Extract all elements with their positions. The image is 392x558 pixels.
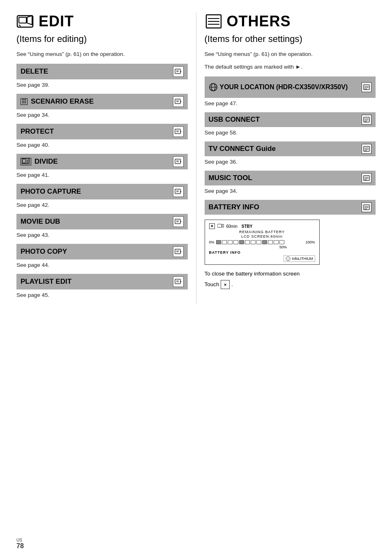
svg-rect-68 xyxy=(217,224,222,227)
touch-x-button[interactable]: × xyxy=(221,280,230,289)
photo-capture-menu-item[interactable]: PHOTO CAPTURE xyxy=(16,184,188,199)
battery-diagram: ✕ 60min STBY REMAINING BATTERY LCD SCREE… xyxy=(205,220,320,265)
photo-capture-see-page: See page 42. xyxy=(16,202,188,208)
delete-icon xyxy=(173,66,184,77)
protect-see-page: See page 40. xyxy=(16,142,188,148)
seg3 xyxy=(228,240,233,244)
svg-marker-13 xyxy=(180,131,182,132)
page-number: 78 xyxy=(16,542,24,550)
seg6 xyxy=(245,240,250,244)
protect-label: PROTECT xyxy=(21,127,54,136)
delete-menu-item[interactable]: DELETE xyxy=(16,64,188,79)
edit-desc: See “Using menus” (p. 61) on the operati… xyxy=(16,51,188,57)
right-column: OTHERS (Items for other settings) See “U… xyxy=(196,12,376,304)
seg11 xyxy=(274,240,279,244)
seg2 xyxy=(222,240,227,244)
battery-stby: STBY xyxy=(242,224,253,229)
playlist-edit-menu-item[interactable]: PLAYLIST EDIT xyxy=(16,274,188,289)
svg-marker-30 xyxy=(180,221,182,222)
touch-text: Touch × . xyxy=(205,280,376,289)
others-section-title: OTHERS xyxy=(205,12,376,30)
svg-rect-37 xyxy=(175,279,180,284)
seg8 xyxy=(256,240,261,244)
seg7 xyxy=(251,240,256,244)
battery-cam-time: 60min xyxy=(226,224,238,229)
tv-connect-menu-item[interactable]: TV CONNECT Guide xyxy=(205,141,376,156)
others-desc1: See “Using menus” (p. 61) on the operati… xyxy=(205,51,376,57)
svg-rect-29 xyxy=(175,219,180,224)
battery-info-list-icon xyxy=(362,202,371,212)
svg-rect-4 xyxy=(175,69,180,74)
globe-icon xyxy=(209,83,218,92)
svg-rect-33 xyxy=(175,249,180,254)
playlist-edit-label: PLAYLIST EDIT xyxy=(21,278,71,286)
photo-capture-label: PHOTO CAPTURE xyxy=(21,188,81,196)
photo-copy-see-page: See page 44. xyxy=(16,262,188,268)
protect-menu-item[interactable]: PROTECT xyxy=(16,124,188,139)
scenario-erase-menu-item[interactable]: ☷ SCENARIO ERASE xyxy=(16,94,188,109)
edit-subtitle: (Items for editing) xyxy=(16,34,188,44)
svg-text:i: i xyxy=(288,257,289,260)
your-location-menu-item[interactable]: YOUR LOCATION (HDR-CX350V/XR350V) xyxy=(205,76,376,98)
svg-marker-22 xyxy=(180,161,182,162)
music-tool-menu-item[interactable]: MUSIC TOOL xyxy=(205,171,376,185)
photo-copy-label: PHOTO COPY xyxy=(21,248,67,256)
page-footer: US 78 xyxy=(16,538,24,550)
others-desc2: The default settings are marked with ►. xyxy=(205,64,376,70)
photo-copy-icon xyxy=(173,246,184,257)
usb-connect-list-icon xyxy=(362,115,371,125)
seg1 xyxy=(216,240,221,244)
movie-dub-see-page: See page 43. xyxy=(16,232,188,238)
divide-icon xyxy=(173,156,184,167)
svg-line-3 xyxy=(19,25,21,26)
battery-close-btn[interactable]: ✕ xyxy=(209,223,215,229)
left-column: EDIT (Items for editing) See “Using menu… xyxy=(16,12,196,304)
divide-see-page: See page 41. xyxy=(16,172,188,178)
others-title: OTHERS xyxy=(227,13,291,30)
usb-connect-see-page: See page 58. xyxy=(205,130,376,136)
seg9 xyxy=(262,240,267,244)
music-tool-label: MUSIC TOOL xyxy=(209,174,252,182)
svg-marker-26 xyxy=(180,191,182,192)
edit-title: EDIT xyxy=(39,13,74,30)
tv-connect-label: TV CONNECT Guide xyxy=(209,145,276,153)
usb-connect-menu-item[interactable]: USB CONNECT xyxy=(205,112,376,127)
scenario-erase-label: ☷ SCENARIO ERASE xyxy=(21,97,94,106)
infolithium-label: i InfoLITHIUM xyxy=(284,255,315,262)
battery-pct-100: 100% xyxy=(305,240,315,244)
movie-dub-menu-item[interactable]: MOVIE DUB xyxy=(16,214,188,229)
your-location-list-icon xyxy=(362,82,371,92)
battery-remaining-label: REMAINING BATTERY xyxy=(209,230,315,234)
svg-rect-21 xyxy=(175,159,180,164)
us-label: US xyxy=(16,538,24,542)
divide-label: DIVIDE xyxy=(21,157,58,166)
svg-rect-17 xyxy=(23,159,25,163)
others-icon xyxy=(205,12,223,30)
music-tool-see-page: See page 34. xyxy=(205,188,376,194)
photo-copy-menu-item[interactable]: PHOTO COPY xyxy=(16,244,188,259)
movie-dub-label: MOVIE DUB xyxy=(21,218,60,226)
svg-rect-1 xyxy=(19,17,26,23)
your-location-label: YOUR LOCATION (HDR-CX350V/XR350V) xyxy=(209,83,348,92)
battery-info-menu-item[interactable]: BATTERY INFO xyxy=(205,200,376,215)
usb-connect-label: USB CONNECT xyxy=(209,116,260,124)
movie-dub-icon xyxy=(173,216,184,227)
battery-pct-0: 0% xyxy=(209,240,214,244)
photo-capture-icon xyxy=(173,186,184,197)
battery-pct-50: 50% xyxy=(279,245,287,249)
playlist-edit-icon xyxy=(173,276,184,287)
edit-section-title: EDIT xyxy=(16,12,188,30)
seg4 xyxy=(233,240,238,244)
divide-menu-item[interactable]: DIVIDE xyxy=(16,154,188,169)
battery-lcd-label: LCD SCREEN:60min xyxy=(209,234,315,238)
svg-marker-34 xyxy=(180,251,182,252)
delete-label: DELETE xyxy=(21,67,48,76)
svg-marker-9 xyxy=(180,101,182,102)
scenario-prefix-icon: ☷ xyxy=(21,98,28,105)
svg-rect-25 xyxy=(175,189,180,194)
playlist-edit-see-page: See page 45. xyxy=(16,292,188,298)
svg-rect-12 xyxy=(175,129,180,134)
svg-rect-8 xyxy=(175,99,180,104)
scenario-erase-see-page: See page 34. xyxy=(16,112,188,118)
svg-marker-2 xyxy=(27,16,32,25)
